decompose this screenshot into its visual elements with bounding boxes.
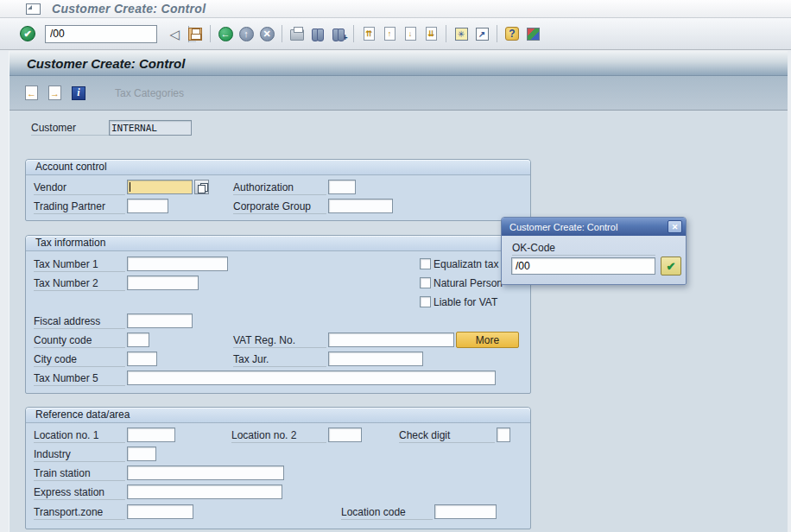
application-toolbar: ← → i Tax Categories	[9, 76, 788, 111]
customer-field[interactable]	[109, 120, 192, 136]
ok-code-label: OK-Code	[512, 242, 655, 256]
corporate-group-field[interactable]	[328, 199, 393, 213]
back-triangle-icon: ◁	[169, 28, 180, 41]
dialog-titlebar[interactable]: Customer Create: Control ✕	[502, 218, 686, 236]
find-icon	[312, 28, 325, 41]
next-screen-icon: →	[48, 86, 61, 100]
continue-check-icon: ✔	[667, 260, 676, 273]
express-station-field[interactable]	[127, 484, 282, 499]
transport-zone-label: Transport.zone	[34, 505, 125, 520]
dialog-title: Customer Create: Control	[509, 222, 617, 232]
industry-field[interactable]	[127, 446, 156, 461]
save-button[interactable]	[187, 24, 204, 43]
toolbar-separator	[497, 25, 497, 42]
trading-partner-field[interactable]	[127, 199, 168, 213]
vendor-search-help-button[interactable]	[194, 180, 209, 194]
tax-number-5-label: Tax Number 5	[34, 371, 125, 386]
previous-page-button[interactable]: ↑	[381, 24, 398, 43]
print-icon	[290, 29, 304, 41]
account-control-header: Account control	[26, 160, 530, 175]
city-code-field[interactable]	[127, 352, 157, 366]
location-no-2-label: Location no. 2	[231, 428, 326, 443]
new-session-button[interactable]: ✳	[452, 24, 470, 43]
first-page-button[interactable]: ⇈	[360, 24, 377, 43]
find-button[interactable]	[309, 24, 326, 43]
county-code-label: County code	[34, 333, 125, 348]
tax-number-5-field[interactable]	[127, 370, 496, 385]
exit-button[interactable]: ↑	[237, 24, 255, 43]
industry-label: Industry	[34, 447, 125, 462]
print-button[interactable]	[288, 24, 306, 43]
sap-gui-window: Customer Create: Control ✔ ▼ ◁ ← ↑ ✕	[0, 0, 791, 532]
next-screen-button[interactable]: →	[45, 84, 65, 103]
last-page-button[interactable]: ⇊	[422, 24, 440, 43]
ok-code-dialog: Customer Create: Control ✕ OK-Code ✔	[501, 217, 687, 285]
county-code-field[interactable]	[127, 332, 149, 347]
location-code-field[interactable]	[434, 504, 497, 519]
screen-titlebar: Customer Create: Control	[9, 51, 788, 76]
back-button[interactable]: ←	[217, 24, 234, 43]
transport-zone-field[interactable]	[127, 504, 193, 519]
close-icon: ✕	[672, 223, 679, 231]
natural-person-checkbox[interactable]	[420, 277, 431, 288]
authorization-label: Authorization	[233, 180, 326, 195]
screen-title: Customer Create: Control	[27, 56, 185, 71]
window-titlebar: Customer Create: Control	[0, 0, 791, 18]
cancel-icon: ✕	[260, 27, 275, 41]
back-triangle-button[interactable]: ◁	[166, 24, 183, 43]
find-next-button[interactable]: +	[330, 24, 347, 43]
ok-code-input[interactable]	[511, 257, 655, 275]
cancel-button[interactable]: ✕	[258, 24, 275, 43]
trading-partner-label: Trading Partner	[34, 200, 125, 214]
screen-content: Customer Account control Vendor Authoriz…	[9, 111, 788, 532]
information-icon: i	[72, 86, 85, 100]
equalizatn-tax-checkbox[interactable]	[420, 258, 431, 269]
find-next-icon: +	[332, 28, 345, 41]
fiscal-address-field[interactable]	[127, 314, 193, 328]
vat-reg-no-label: VAT Reg. No.	[233, 333, 326, 348]
dialog-body: OK-Code ✔	[502, 236, 686, 285]
last-page-icon: ⇊	[426, 27, 437, 41]
location-no-1-field[interactable]	[127, 428, 175, 442]
vendor-field[interactable]	[127, 180, 193, 194]
express-station-label: Express station	[34, 485, 125, 500]
save-icon	[188, 28, 202, 41]
tax-information-header: Tax information	[26, 236, 530, 251]
command-field[interactable]: ▼	[45, 25, 157, 43]
create-shortcut-button[interactable]: ↗	[473, 24, 490, 43]
find-next-plus-icon: +	[343, 33, 348, 42]
help-icon: ?	[505, 27, 519, 41]
customer-label: Customer	[31, 121, 109, 136]
toolbar-separator	[353, 25, 354, 42]
window-title: Customer Create: Control	[52, 2, 206, 16]
authorization-field[interactable]	[328, 180, 356, 194]
vat-reg-no-field[interactable]	[328, 332, 454, 347]
customize-layout-button[interactable]	[524, 24, 541, 43]
fiscal-address-label: Fiscal address	[34, 314, 125, 329]
tax-number-1-field[interactable]	[127, 256, 228, 271]
train-station-field[interactable]	[127, 466, 284, 480]
back-icon: ←	[218, 27, 233, 41]
dialog-continue-button[interactable]: ✔	[661, 256, 681, 276]
toolbar-separator	[446, 25, 446, 42]
previous-page-icon: ↑	[384, 27, 396, 41]
tax-number-1-label: Tax Number 1	[34, 257, 125, 272]
location-no-2-field[interactable]	[328, 428, 362, 442]
window-system-menu-icon[interactable]	[26, 3, 41, 15]
create-shortcut-icon: ↗	[476, 28, 489, 41]
previous-screen-button[interactable]: ←	[22, 84, 41, 103]
help-button[interactable]: ?	[503, 24, 521, 43]
more-button[interactable]: More	[456, 332, 519, 348]
information-button[interactable]: i	[68, 84, 89, 103]
tax-number-2-field[interactable]	[127, 276, 199, 290]
next-page-button[interactable]: ↓	[402, 24, 419, 43]
new-session-icon: ✳	[455, 28, 468, 41]
check-digit-field[interactable]	[497, 428, 510, 442]
tax-jur-field[interactable]	[328, 352, 423, 366]
account-control-group: Account control Vendor Authorization Tra…	[25, 159, 531, 221]
location-no-1-label: Location no. 1	[34, 428, 125, 443]
dialog-close-button[interactable]: ✕	[668, 220, 682, 233]
enter-button[interactable]: ✔	[19, 24, 36, 43]
liable-for-vat-checkbox[interactable]	[420, 296, 431, 307]
enter-check-icon: ✔	[20, 26, 35, 41]
